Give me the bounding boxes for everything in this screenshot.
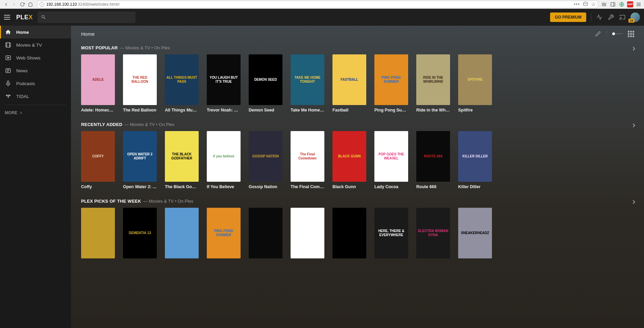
poster-card[interactable]: if you believeIf You Believe xyxy=(207,131,241,189)
poster-card[interactable]: BLACK GUNNBlack Gunn xyxy=(332,131,366,189)
poster-card[interactable]: COFFYCoffy xyxy=(81,131,115,189)
poster-art-text: ALL THINGS MUST PASS xyxy=(165,54,199,105)
chevron-right-icon[interactable] xyxy=(630,199,637,207)
main-header-divider xyxy=(606,30,607,37)
go-premium-button[interactable]: GO PREMIUM xyxy=(550,12,586,22)
poster-title: Lady Cocoa xyxy=(374,184,408,189)
film-icon xyxy=(5,42,11,48)
browser-home-button[interactable] xyxy=(26,0,34,8)
grid-view-icon[interactable] xyxy=(628,31,634,37)
adblock-icon[interactable]: ABP xyxy=(627,1,633,7)
sidebar-item-label: TIDAL xyxy=(16,94,29,99)
firefox-menu-icon[interactable] xyxy=(635,1,642,8)
browser-reload-button[interactable] xyxy=(18,0,26,8)
poster-row: DEMENTIA 13PING PONG SUMMERHERE, THERE &… xyxy=(81,208,634,261)
library-icon[interactable] xyxy=(601,1,608,8)
browser-forward-button[interactable] xyxy=(10,0,18,8)
poster-image xyxy=(81,208,115,258)
section-header[interactable]: MOST POPULAR— Movies & TV • On Plex xyxy=(81,45,634,50)
poster-art-text: ELECTRA WOMAN DYNA xyxy=(416,208,450,258)
logo-text-b: X xyxy=(29,14,33,21)
cast-icon[interactable] xyxy=(619,14,626,21)
poster-card[interactable]: TAKE ME HOME TONIGHTTake Me Home To... xyxy=(291,54,324,112)
poster-card[interactable]: HERE, THERE & EVERYWHERE xyxy=(374,208,408,261)
poster-card[interactable]: GOSSIP NATIONGossip Nation xyxy=(249,131,282,189)
poster-title: Ride in the Whirlw... xyxy=(416,108,450,112)
poster-title: Spitfire xyxy=(458,108,492,112)
poster-card[interactable]: The Final ComedownThe Final Comedo... xyxy=(291,131,324,189)
poster-card[interactable]: DEMENTIA 13 xyxy=(123,208,157,261)
poster-image xyxy=(165,208,199,258)
bookmark-star-icon[interactable]: ☆ xyxy=(591,1,596,7)
poster-art-text: BLACK GUNN xyxy=(332,131,366,182)
poster-card[interactable] xyxy=(249,208,282,261)
settings-icon[interactable] xyxy=(608,14,614,21)
poster-image: ALL THINGS MUST PASS xyxy=(165,54,199,105)
poster-art-text: The Final Comedown xyxy=(291,131,324,182)
poster-title: Ping Pong Summer xyxy=(374,108,408,112)
zoom-slider[interactable] xyxy=(612,33,622,34)
poster-art-text: THE BLACK GODFATHER xyxy=(165,131,199,182)
sidebar-item-home[interactable]: Home xyxy=(0,26,71,39)
url-actions-icon[interactable]: ••• xyxy=(574,2,580,7)
sidebar-more-button[interactable]: MORE xyxy=(0,107,71,119)
search-input[interactable] xyxy=(38,11,135,23)
poster-card[interactable] xyxy=(291,208,324,261)
poster-card[interactable]: SNEAKERHEADZ xyxy=(458,208,492,261)
poster-card[interactable]: OPEN WATER 2 ADRIFTOpen Water 2: Ad... xyxy=(123,131,157,189)
poster-art-text: OPEN WATER 2 ADRIFT xyxy=(123,131,157,182)
sidebar-item-label: Home xyxy=(16,30,29,35)
sidebar-panel-icon[interactable] xyxy=(610,1,616,8)
hamburger-menu-icon[interactable] xyxy=(4,13,12,21)
poster-art-text: FASTBALL xyxy=(332,54,366,105)
earth-icon[interactable] xyxy=(618,1,625,8)
sidebar-item-movies-tv[interactable]: Movies & TV xyxy=(0,39,71,51)
poster-card[interactable]: PING PONG SUMMERPing Pong Summer xyxy=(374,54,408,112)
poster-title: Gossip Nation xyxy=(249,184,282,189)
poster-card[interactable]: ELECTRA WOMAN DYNA xyxy=(416,208,450,261)
poster-card[interactable] xyxy=(165,208,199,261)
chevron-right-icon[interactable] xyxy=(630,45,637,54)
poster-card[interactable]: SPITFIRESpitfire xyxy=(458,54,492,112)
poster-card[interactable]: KILLER DILLERKiller Diller xyxy=(458,131,492,189)
poster-art-text xyxy=(249,208,282,258)
poster-card[interactable]: THE RED BALLOONThe Red Balloon xyxy=(123,54,157,112)
edit-icon[interactable] xyxy=(595,31,601,37)
sidebar-item-web-shows[interactable]: Web Shows xyxy=(0,51,71,64)
section-header[interactable]: RECENTLY ADDED— Movies & TV • On Plex xyxy=(81,122,634,127)
poster-card[interactable]: ROUTE 666Route 666 xyxy=(416,131,450,189)
poster-card[interactable]: PING PONG SUMMER xyxy=(207,208,241,261)
poster-card[interactable]: THE BLACK GODFATHERThe Black Godfath... xyxy=(165,131,199,189)
poster-card[interactable]: RIDE IN THE WHIRLWINDRide in the Whirlw.… xyxy=(416,54,450,112)
section-header[interactable]: PLEX PICKS OF THE WEEK— Movies & TV • On… xyxy=(81,199,634,204)
poster-art-text: if you believe xyxy=(207,131,241,182)
sidebar-item-news[interactable]: News xyxy=(0,64,71,77)
poster-card[interactable]: ALL THINGS MUST PASSAll Things Must Pa..… xyxy=(165,54,199,112)
sidebar-item-podcasts[interactable]: Podcasts xyxy=(0,77,71,90)
poster-art-text: PING PONG SUMMER xyxy=(374,54,408,105)
poster-title: Trevor Noah: You ... xyxy=(207,108,241,112)
news-icon xyxy=(5,67,11,74)
poster-card[interactable]: FASTBALLFastball xyxy=(332,54,366,112)
sidebar-item-label: Web Shows xyxy=(16,55,41,60)
poster-card[interactable]: ADELEAdele: Homecoming xyxy=(81,54,115,112)
reader-icon[interactable] xyxy=(583,1,588,7)
play-icon xyxy=(5,54,11,61)
browser-chrome: i 192.168.100.110:32400/web/index.html# … xyxy=(0,0,644,9)
poster-card[interactable]: YOU LAUGH BUT IT'S TRUETrevor Noah: You … xyxy=(207,54,241,112)
poster-art-text: POP GOES THE WEASEL xyxy=(374,131,408,182)
poster-card[interactable] xyxy=(81,208,115,261)
poster-card[interactable]: POP GOES THE WEASELLady Cocoa xyxy=(374,131,408,189)
chevron-right-icon[interactable] xyxy=(630,122,637,131)
poster-card[interactable] xyxy=(332,208,366,261)
poster-art-text: KILLER DILLER xyxy=(458,131,492,182)
url-bar[interactable]: i 192.168.100.110:32400/web/index.html# … xyxy=(37,1,598,8)
sidebar-item-tidal[interactable]: TIDAL xyxy=(0,90,71,103)
poster-art-text: SPITFIRE xyxy=(458,54,492,105)
poster-art-text xyxy=(291,208,324,258)
user-avatar[interactable]: 19 xyxy=(630,12,640,22)
plex-logo[interactable]: PLEX xyxy=(16,14,33,21)
activity-icon[interactable] xyxy=(596,14,603,21)
browser-back-button[interactable] xyxy=(2,0,10,8)
poster-card[interactable]: DEMON SEEDDemon Seed xyxy=(249,54,282,112)
